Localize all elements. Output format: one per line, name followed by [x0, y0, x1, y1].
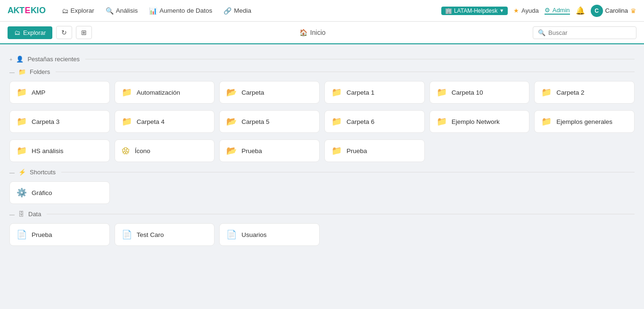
folder-carpeta6[interactable]: 📁 Carpeta 6: [324, 110, 425, 133]
recent-tabs-icon: 👤: [16, 56, 24, 63]
folder-carpeta[interactable]: 📂 Carpeta: [219, 81, 320, 104]
main-content: + 👤 Pestañas recientes — 📁 Folders 📁 AMP…: [0, 44, 644, 309]
folder-icon: 📁: [437, 87, 447, 98]
nav-media[interactable]: 🔗 Media: [219, 4, 256, 17]
shortcuts-icon: ⚡: [18, 169, 26, 176]
folder-prueba2[interactable]: 📁 Prueba: [324, 139, 425, 162]
tree-icon: ⊞: [81, 29, 87, 36]
folder-carpeta5[interactable]: 📂 Carpeta 5: [219, 110, 320, 133]
data-icon: 📄: [17, 229, 27, 240]
data-toggle[interactable]: —: [9, 211, 15, 217]
user-menu[interactable]: C Carolina ♛: [591, 5, 636, 17]
folder-ejemplos-generales[interactable]: 📁 Ejemplos generales: [534, 110, 635, 133]
nav-explorar[interactable]: 🗂 Explorar: [57, 4, 99, 17]
analisis-icon: 🔍: [106, 7, 114, 15]
nav-analisis[interactable]: 🔍 Análisis: [101, 4, 143, 17]
folder-icon: 📁: [17, 146, 27, 156]
workspace-selector[interactable]: 🏢 LATAM-Helpdesk ▼: [441, 7, 508, 15]
refresh-button[interactable]: ↻: [56, 26, 72, 39]
avatar: C: [591, 5, 603, 17]
tree-view-button[interactable]: ⊞: [76, 26, 92, 39]
folder-carpeta1[interactable]: 📁 Carpeta 1: [324, 81, 425, 104]
shortcuts-grid: ⚙️ Gráfico: [9, 181, 635, 204]
shortcuts-section-header: — ⚡ Shortcuts: [9, 169, 635, 176]
workspace-icon: 🏢: [445, 8, 452, 14]
folder-carpeta4[interactable]: 📁 Carpeta 4: [115, 110, 215, 133]
ayuda-icon: ★: [513, 7, 519, 14]
data-prueba[interactable]: 📄 Prueba: [9, 223, 110, 246]
recent-tabs-toggle[interactable]: +: [9, 57, 12, 62]
folders-toggle[interactable]: —: [9, 69, 15, 75]
folder-carpeta2[interactable]: 📁 Carpeta 2: [534, 81, 635, 104]
folder-icon: 🏵: [122, 146, 130, 156]
search-box[interactable]: 🔍: [533, 26, 636, 39]
folder-icon: 📁: [122, 87, 132, 98]
admin-button[interactable]: ⚙ Admin: [545, 7, 570, 15]
aumento-icon: 📊: [149, 7, 157, 15]
folder-icon: 📂: [226, 146, 237, 156]
data-grid: 📄 Prueba 📄 Test Caro 📄 Usuarios: [9, 223, 635, 246]
folder-ejemplo-network[interactable]: 📁 Ejemplo Network: [429, 110, 530, 133]
gear-shortcut-icon: ⚙️: [17, 187, 27, 198]
folders-section-header: — 📁 Folders: [9, 68, 635, 75]
refresh-icon: ↻: [61, 29, 67, 36]
folder-icon: 📁: [122, 116, 132, 127]
top-navigation: AKTEKIO 🗂 Explorar 🔍 Análisis 📊 Aumento …: [0, 0, 644, 22]
folders-grid-row1: 📁 AMP 📁 Automatización 📂 Carpeta 📁 Carpe…: [9, 81, 635, 104]
search-icon: 🔍: [538, 29, 545, 36]
folder-icon: 📂: [226, 87, 237, 98]
data-section-header: — 🗄 Data: [9, 211, 635, 218]
ayuda-button[interactable]: ★ Ayuda: [513, 7, 539, 14]
folder-icon: 📁: [331, 87, 342, 98]
nav-right: 🏢 LATAM-Helpdesk ▼ ★ Ayuda ⚙ Admin 🔔 C C…: [441, 5, 636, 17]
folder-icon: 📂: [226, 116, 237, 127]
notifications-button[interactable]: 🔔: [576, 6, 585, 15]
folder-icon: 📁: [541, 116, 552, 127]
folder-icon: 📁: [437, 116, 447, 127]
folder-icon: 📁: [331, 116, 342, 127]
recent-tabs-section-header: + 👤 Pestañas recientes: [9, 56, 635, 63]
data-icon: 🗄: [18, 211, 25, 218]
folder-amp[interactable]: 📁 AMP: [9, 81, 110, 104]
folder-prueba1[interactable]: 📂 Prueba: [219, 139, 320, 162]
gear-icon: ⚙: [545, 7, 550, 14]
folders-grid-row3: 📁 HS análisis 🏵 Ícono 📂 Prueba 📁 Prueba: [9, 139, 635, 162]
toolbar: 🗂 Explorar ↻ ⊞ 🏠 Inicio 🔍: [0, 22, 644, 44]
explorar-tab-icon: 🗂: [14, 29, 20, 36]
shortcuts-toggle[interactable]: —: [9, 170, 15, 175]
folders-grid-row2: 📁 Carpeta 3 📁 Carpeta 4 📂 Carpeta 5 📁 Ca…: [9, 110, 635, 133]
folder-carpeta3[interactable]: 📁 Carpeta 3: [9, 110, 110, 133]
folders-icon: 📁: [18, 68, 26, 75]
shortcut-grafico[interactable]: ⚙️ Gráfico: [9, 181, 110, 204]
folder-icono[interactable]: 🏵 Ícono: [115, 139, 215, 162]
data-testcaro[interactable]: 📄 Test Caro: [115, 223, 215, 246]
media-icon: 🔗: [223, 7, 231, 15]
folder-icon: 📁: [541, 87, 552, 98]
home-icon: 🏠: [299, 29, 307, 36]
explorar-button[interactable]: 🗂 Explorar: [8, 26, 52, 39]
data-icon: 📄: [226, 229, 237, 240]
crown-icon: ♛: [630, 7, 636, 15]
folder-hs-analisis[interactable]: 📁 HS análisis: [9, 139, 110, 162]
explorar-icon: 🗂: [62, 7, 68, 15]
breadcrumb: 🏠 Inicio: [96, 29, 529, 36]
folder-automatizacion[interactable]: 📁 Automatización: [115, 81, 215, 104]
search-input[interactable]: [548, 29, 631, 36]
nav-aumento[interactable]: 📊 Aumento de Datos: [144, 4, 217, 17]
data-icon: 📄: [122, 229, 132, 240]
workspace-dropdown-icon: ▼: [499, 8, 504, 13]
data-usuarios[interactable]: 📄 Usuarios: [219, 223, 320, 246]
folder-carpeta10[interactable]: 📁 Carpeta 10: [429, 81, 530, 104]
folder-icon: 📁: [331, 146, 342, 156]
folder-icon: 📁: [17, 116, 27, 127]
nav-items: 🗂 Explorar 🔍 Análisis 📊 Aumento de Datos…: [57, 4, 256, 17]
folder-icon: 📁: [17, 87, 27, 98]
logo: AKTEKIO: [8, 6, 46, 16]
